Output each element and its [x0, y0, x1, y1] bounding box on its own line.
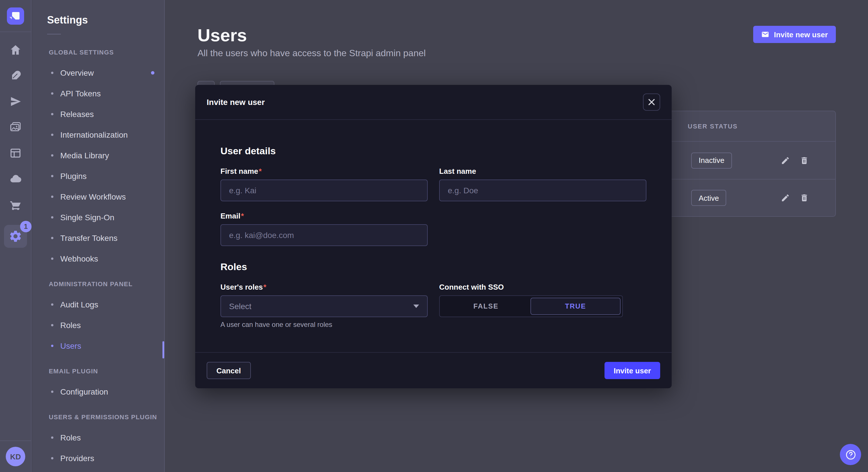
email-input[interactable] — [220, 224, 428, 246]
first-name-input[interactable] — [220, 179, 428, 201]
last-name-field-group: Last name — [439, 167, 646, 201]
close-icon[interactable] — [643, 94, 660, 111]
strapi-admin-app: 1 KD Settings GLOBAL SETTINGS Overview A… — [0, 0, 868, 472]
invite-user-modal: Invite new user User details First name*… — [195, 85, 672, 388]
last-name-label: Last name — [439, 167, 646, 176]
required-asterisk: * — [259, 167, 262, 175]
sso-toggle: FALSE TRUE — [439, 295, 623, 317]
sso-toggle-true[interactable]: TRUE — [530, 298, 621, 315]
modal-header: Invite new user — [195, 85, 672, 120]
connect-with-sso-label: Connect with SSO — [439, 283, 646, 292]
users-roles-select[interactable]: Select — [220, 295, 428, 317]
users-roles-label: User's roles* — [220, 283, 428, 292]
modal-footer: Cancel Invite user — [195, 352, 672, 388]
sso-field-group: Connect with SSO FALSE TRUE — [439, 283, 646, 329]
email-field-group: Email* — [220, 212, 428, 246]
required-asterisk: * — [241, 212, 244, 220]
last-name-input[interactable] — [439, 179, 646, 201]
invite-user-button[interactable]: Invite user — [604, 362, 660, 379]
roles-heading: Roles — [220, 261, 646, 274]
email-label: Email* — [220, 212, 428, 221]
modal-title: Invite new user — [207, 98, 265, 107]
select-placeholder: Select — [229, 302, 251, 311]
cancel-button[interactable]: Cancel — [207, 362, 251, 379]
first-name-field-group: First name* — [220, 167, 428, 201]
required-asterisk: * — [264, 283, 267, 291]
chevron-down-icon — [413, 305, 419, 308]
sso-toggle-false[interactable]: FALSE — [441, 298, 530, 315]
users-roles-field-group: User's roles* Select A user can have one… — [220, 283, 428, 329]
roles-hint: A user can have one or several roles — [220, 321, 428, 329]
user-details-heading: User details — [220, 145, 646, 158]
first-name-label: First name* — [220, 167, 428, 176]
modal-body: User details First name* Last name Email… — [195, 120, 672, 352]
